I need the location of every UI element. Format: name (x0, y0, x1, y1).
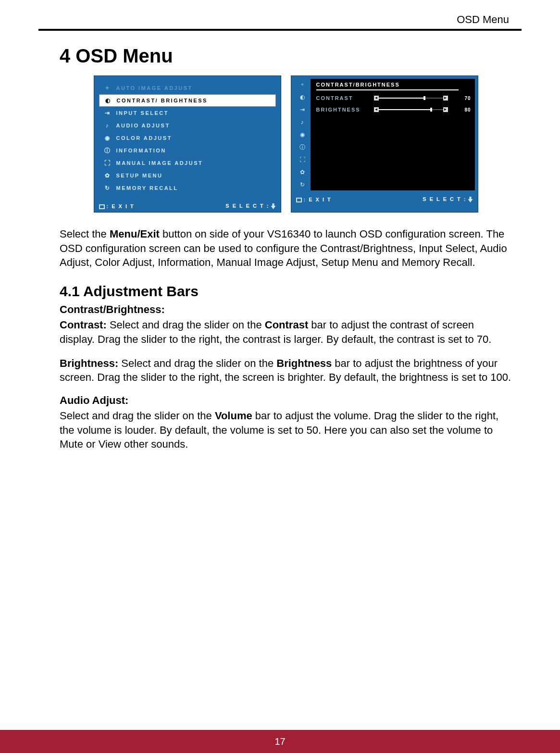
osd-exit-hint: : E X I T (99, 203, 135, 209)
osd-select-hint: S E L E C T : (225, 203, 275, 209)
gear-icon: ✿ (298, 168, 307, 176)
osd-menu-item-label: INPUT SELECT (116, 110, 169, 116)
osd-menu-item-label: AUTO IMAGE ADJUST (116, 85, 193, 91)
intro-paragraph: Select the Menu/Exit button on side of y… (60, 227, 512, 270)
audio-paragraph: Select and drag the slider on the Volume… (60, 409, 512, 452)
osd-menu-item-label: MANUAL IMAGE ADJUST (116, 160, 203, 166)
header-rule (38, 29, 522, 31)
chapter-title: 4 OSD Menu (60, 45, 512, 67)
osd-menu-item[interactable]: ♪AUDIO ADJUST (99, 119, 276, 132)
osd-param-row: CONTRAST◄►70 (316, 95, 471, 101)
osd-param-label: CONTRAST (316, 95, 369, 101)
wand-icon: ✦ (298, 81, 307, 88)
recall-icon: ↻ (103, 185, 112, 191)
osd-param-label: BRIGHTNESS (316, 107, 369, 113)
section-4-1-title: 4.1 Adjustment Bars (60, 283, 512, 300)
contrast-icon: ◐ (103, 97, 112, 104)
input-icon: ⇥ (298, 106, 307, 113)
osd-screenshots: ✦AUTO IMAGE ADJUST◐CONTRAST/ BRIGHTNESS⇥… (60, 75, 512, 213)
osd-menu-item[interactable]: ◉COLOR ADJUST (99, 132, 276, 144)
osd-select-hint: S E L E C T : (423, 196, 473, 202)
osd-slider-value: 70 (460, 96, 471, 101)
input-icon: ⇥ (103, 110, 112, 116)
osd-exit-hint: : E X I T (296, 197, 332, 202)
audio-icon: ♪ (103, 122, 112, 129)
osd-menu-item-label: SETUP MENU (116, 173, 163, 178)
info-icon: ⓘ (298, 143, 307, 151)
osd-menu-item[interactable]: ◐CONTRAST/ BRIGHTNESS (99, 94, 276, 107)
manual-icon: ⛶ (103, 160, 112, 166)
osd-menu-item[interactable]: ✦AUTO IMAGE ADJUST (99, 82, 276, 94)
osd-menu-item-label: COLOR ADJUST (116, 135, 172, 141)
color-icon: ◉ (298, 131, 307, 138)
osd-main-menu: ✦AUTO IMAGE ADJUST◐CONTRAST/ BRIGHTNESS⇥… (94, 75, 281, 213)
recall-icon: ↻ (298, 181, 307, 188)
manual-icon: ⛶ (298, 156, 307, 163)
osd-menu-item[interactable]: ⛶MANUAL IMAGE ADJUST (99, 157, 276, 169)
osd-submenu-title: CONTRAST/BRIGHTNESS (316, 82, 459, 90)
osd-menu-item-label: INFORMATION (116, 148, 166, 153)
osd-submenu: ✦◐⇥♪◉ⓘ⛶✿↻ CONTRAST/BRIGHTNESS CONTRAST◄►… (291, 75, 478, 213)
osd-slider[interactable]: ◄► (374, 96, 456, 100)
gear-icon: ✿ (103, 172, 112, 179)
audio-icon: ♪ (298, 118, 307, 126)
contrast-paragraph: Contrast: Select and drag the slider on … (60, 318, 512, 346)
osd-menu-item[interactable]: ⓘINFORMATION (99, 144, 276, 157)
header-section-label: OSD Menu (38, 13, 522, 29)
info-icon: ⓘ (103, 147, 112, 154)
brightness-paragraph: Brightness: Select and drag the slider o… (60, 356, 512, 385)
wand-icon: ✦ (103, 85, 112, 91)
osd-menu-item-label: CONTRAST/ BRIGHTNESS (117, 98, 208, 103)
osd-param-row: BRIGHTNESS◄►80 (316, 107, 471, 113)
osd-menu-item-label: AUDIO ADJUST (116, 123, 170, 128)
color-icon: ◉ (103, 135, 112, 141)
osd-menu-item[interactable]: ✿SETUP MENU (99, 169, 276, 182)
audio-adjust-heading: Audio Adjust: (60, 394, 512, 407)
osd-slider[interactable]: ◄► (374, 107, 456, 112)
contrast-brightness-heading: Contrast/Brightness: (60, 303, 512, 316)
contrast-icon: ◐ (298, 93, 307, 101)
page-number: 17 (0, 730, 560, 753)
osd-menu-item-label: MEMORY RECALL (116, 185, 178, 191)
osd-slider-value: 80 (460, 107, 471, 113)
osd-menu-item[interactable]: ⇥INPUT SELECT (99, 107, 276, 119)
osd-menu-item[interactable]: ↻MEMORY RECALL (99, 182, 276, 194)
